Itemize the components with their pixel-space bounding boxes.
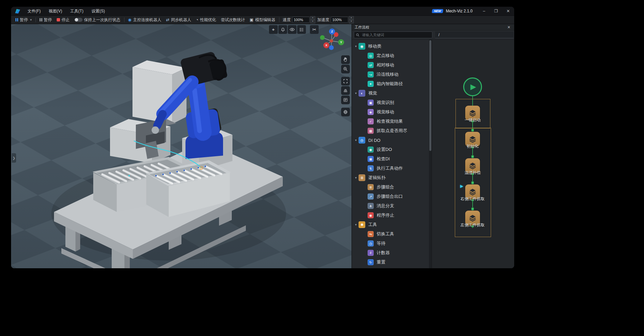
step-up-icon[interactable]: ▴ bbox=[349, 16, 354, 20]
tree-item-row[interactable]: ◈ 视觉移动 bbox=[352, 107, 429, 117]
tree-item-row[interactable]: ✓ 完成检查 bbox=[352, 267, 429, 268]
minimize-button[interactable]: – bbox=[478, 7, 490, 15]
tree-group-icon: ✱ bbox=[359, 221, 365, 228]
tree-caret-icon[interactable]: ▼ bbox=[355, 176, 359, 179]
flow-node[interactable]: 温漂补偿 bbox=[465, 158, 480, 173]
pause-secondary-button[interactable]: 暂停 bbox=[37, 16, 54, 24]
tree-group-row[interactable]: ▼ ◉ 移动类 bbox=[352, 42, 429, 51]
flow-node[interactable]: 左侧工件抓取 bbox=[465, 211, 480, 225]
accel-input[interactable] bbox=[331, 17, 348, 23]
tree-group-row[interactable]: ▼ ≣ 逻辑拓扑 bbox=[352, 173, 429, 182]
magnifier-plus-icon bbox=[343, 66, 348, 72]
tree-item-row[interactable]: ▣ 视觉识别 bbox=[352, 98, 429, 107]
left-panel-expand-handle[interactable]: ❯ bbox=[12, 153, 16, 163]
tree-item-icon: ◉ bbox=[368, 212, 374, 218]
workflow-panel-close-button[interactable]: ✕ bbox=[506, 25, 512, 30]
notify-tool-button[interactable] bbox=[278, 25, 287, 34]
perspective-button[interactable] bbox=[341, 86, 350, 95]
menu-view[interactable]: 视图(V) bbox=[45, 7, 66, 15]
flow-node-label: 温漂补偿 bbox=[452, 170, 493, 176]
tree-item-row[interactable]: ◎ 定点移动 bbox=[352, 51, 429, 60]
tree-item-row[interactable]: ↻ 重置 bbox=[352, 258, 429, 267]
tree-caret-icon[interactable]: ▼ bbox=[355, 45, 359, 48]
tree-item-row[interactable]: ⋔ 消息分支 bbox=[352, 201, 429, 211]
tree-scrollbar[interactable] bbox=[429, 40, 432, 268]
tree-group-icon: ◎ bbox=[359, 137, 365, 144]
tree-item-row[interactable]: ↗ 步骤组合出口 bbox=[352, 192, 429, 201]
orientation-gizmo[interactable]: Z X Y bbox=[315, 27, 347, 59]
step-up-icon[interactable]: ▴ bbox=[310, 16, 315, 20]
tree-item-row[interactable]: ↝ 沿连线移动 bbox=[352, 70, 429, 79]
tree-item-row[interactable]: ▦ 抓取点是否用尽 bbox=[352, 126, 429, 135]
tree-item-row[interactable]: ↯ 执行工具动作 bbox=[352, 164, 429, 173]
flow-canvas[interactable]: ▶ ▶ 一键启动 bbox=[432, 40, 514, 268]
tree-item-row[interactable]: ▣ 检查DI bbox=[352, 154, 429, 164]
flow-play-button[interactable]: ▶ bbox=[463, 77, 482, 96]
tree-caret-icon[interactable]: ▼ bbox=[355, 223, 359, 226]
workflow-searchbox[interactable] bbox=[354, 32, 432, 38]
flow-node[interactable]: 一键启动 bbox=[465, 106, 480, 120]
tree-item-icon: ↝ bbox=[368, 71, 374, 77]
sync-icon: ⇄ bbox=[166, 17, 169, 22]
tree-item-row[interactable]: ≣ 步骤组合 bbox=[352, 182, 429, 192]
display-list-button[interactable] bbox=[297, 25, 306, 34]
tree-item-row[interactable]: ⇋ 切换工具 bbox=[352, 229, 429, 239]
toolbar-separator bbox=[124, 17, 124, 22]
tree-item-row[interactable]: ◷ 等待 bbox=[352, 239, 429, 248]
workflow-search-input[interactable] bbox=[361, 33, 430, 37]
tree-caret-icon[interactable]: ▼ bbox=[355, 92, 359, 95]
model-editor-button[interactable]: ▣ 模型编辑器 bbox=[247, 16, 277, 24]
screen: 文件(F) 视图(V) 工具(T) 设置(S) NEW Mech-Viz 2.1… bbox=[0, 0, 644, 336]
tree-item-row[interactable]: ✦ 箱内智能路径 bbox=[352, 79, 429, 89]
menu-file[interactable]: 文件(F) bbox=[23, 7, 45, 15]
step-down-icon[interactable]: ▾ bbox=[310, 20, 315, 23]
tree-item-glyph: ▣ bbox=[369, 101, 372, 105]
tree-item-row[interactable]: ✓ 检查视觉结果 bbox=[352, 117, 429, 126]
attempt-stats-button[interactable]: 尝试次数统计 bbox=[218, 16, 247, 24]
tree-item-row[interactable]: ◉ 程序停止 bbox=[352, 211, 429, 220]
step-down-icon[interactable]: ▾ bbox=[349, 20, 354, 23]
tree-group-row[interactable]: ▼ ◐ 视觉 bbox=[352, 89, 429, 98]
tree-group-row[interactable]: ▼ ◎ DI DO bbox=[352, 135, 429, 145]
transform-tool-button[interactable]: ⌖ bbox=[269, 25, 278, 34]
flow-node[interactable]: 右侧工件抓取 bbox=[465, 184, 480, 199]
accel-stepper[interactable]: ▴ ▾ bbox=[349, 16, 354, 23]
workflow-search-row: / bbox=[352, 31, 514, 40]
toggle-switch[interactable] bbox=[74, 18, 83, 22]
menu-tools[interactable]: 工具(T) bbox=[66, 7, 87, 15]
tree-item-label: 抓取点是否用尽 bbox=[377, 128, 407, 134]
fit-view-button[interactable] bbox=[341, 77, 350, 86]
running-indicator-icon: ▶ bbox=[460, 184, 463, 188]
visibility-button[interactable] bbox=[288, 25, 297, 34]
close-button[interactable]: ✕ bbox=[502, 7, 514, 15]
tree-caret-icon[interactable]: ▼ bbox=[355, 139, 359, 142]
master-control-button[interactable]: ◉ 主控连接机器人 bbox=[126, 16, 164, 24]
speed-input[interactable] bbox=[292, 17, 310, 23]
tree-group-label: 逻辑拓扑 bbox=[368, 175, 386, 181]
flow-node[interactable]: 初始化 bbox=[465, 132, 480, 147]
tree-item-row[interactable]: ◉ 设置DO bbox=[352, 145, 429, 154]
pause-primary-button[interactable]: 暂停 ▾ bbox=[13, 16, 34, 24]
scene-3d[interactable] bbox=[11, 24, 352, 268]
stop-button[interactable]: 停止 bbox=[54, 16, 72, 24]
keep-last-state-toggle[interactable]: 保持上一次执行状态 bbox=[72, 16, 123, 24]
maximize-button[interactable]: ❐ bbox=[490, 7, 502, 15]
tree-item-row[interactable]: # 计数器 bbox=[352, 248, 429, 258]
tree-scrollbar-thumb[interactable] bbox=[429, 40, 431, 151]
tree-item-icon: ✦ bbox=[368, 81, 374, 87]
pan-button[interactable] bbox=[341, 55, 350, 64]
tree-item-label: 步骤组合出口 bbox=[377, 193, 403, 200]
performance-button[interactable]: ◔ 性能优化 bbox=[194, 16, 218, 24]
transform-icon: ⌖ bbox=[272, 27, 275, 33]
tree-group-label: DI DO bbox=[368, 138, 380, 143]
tree-group-row[interactable]: ▼ ✱ 工具 bbox=[352, 220, 429, 229]
viewport-3d[interactable]: ⌖ bbox=[11, 24, 352, 268]
zoom-button[interactable] bbox=[341, 65, 350, 73]
globe-button[interactable] bbox=[341, 108, 350, 116]
flow-path-field[interactable]: / bbox=[435, 32, 514, 38]
speed-stepper[interactable]: ▴ ▾ bbox=[310, 16, 315, 23]
tree-item-row[interactable]: ⇄ 相对移动 bbox=[352, 60, 429, 70]
panel-list-button[interactable] bbox=[341, 96, 350, 104]
menu-settings[interactable]: 设置(S) bbox=[88, 7, 109, 15]
sync-robot-button[interactable]: ⇄ 同步机器人 bbox=[164, 16, 194, 24]
